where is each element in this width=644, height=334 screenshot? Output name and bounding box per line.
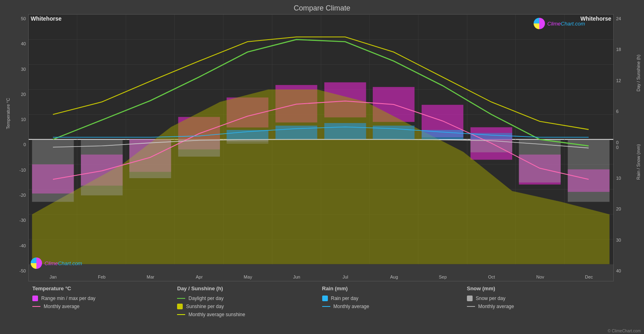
y-tick-left: 10 — [21, 117, 26, 122]
y-tick-left: -30 — [19, 218, 26, 223]
x-tick-nov: Nov — [516, 274, 565, 279]
x-tick-sep: Sep — [418, 274, 467, 279]
y-tick-right-top-12: 12 — [616, 78, 621, 83]
svg-rect-47 — [324, 123, 366, 139]
y-tick-left: 20 — [21, 92, 26, 97]
x-tick-feb: Feb — [78, 274, 127, 279]
y-tick-right-top-24: 24 — [616, 16, 621, 21]
legend-label-temp-range: Range min / max per day — [41, 296, 95, 301]
x-tick-dec: Dec — [565, 274, 614, 279]
x-tick-mar: Mar — [126, 274, 175, 279]
y-tick-right-bot-10: 10 — [616, 176, 621, 181]
legend-label-snow-avg: Monthly average — [478, 304, 514, 309]
y-tick-right-bot-30: 30 — [616, 238, 621, 243]
x-tick-may: May — [224, 274, 272, 279]
legend-label-snow-bar: Snow per day — [476, 296, 505, 301]
y-tick-right-top-6: 6 — [616, 109, 619, 114]
legend-section-rain: Rain (mm) Rain per day Monthly average — [322, 285, 467, 332]
legend-icon-sunshine-avg — [177, 314, 185, 315]
legend-item-rain-avg: Monthly average — [322, 304, 467, 309]
y-label-right-sunshine: Day / Sunshine (h) — [636, 32, 641, 113]
svg-rect-37 — [81, 139, 122, 195]
x-tick-aug: Aug — [370, 274, 419, 279]
legend-title-sunshine: Day / Sunshine (h) — [177, 285, 322, 291]
y-label-left-temp: Temperature °C — [6, 32, 11, 194]
svg-rect-44 — [568, 139, 609, 202]
x-tick-apr: Apr — [175, 274, 224, 279]
y-tick-left: -10 — [19, 168, 26, 172]
logo-text-top: ClimeChart.com — [547, 21, 585, 27]
legend-title-temp: Temperature °C — [32, 285, 177, 291]
y-tick-left: 0 — [23, 142, 26, 147]
x-tick-jan: Jan — [29, 274, 78, 279]
legend-area: Temperature °C Range min / max per day M… — [0, 281, 644, 334]
chart-area: 50 40 30 20 10 0 -10 -20 -30 -40 -50 — [4, 14, 640, 281]
logo-icon-bottom — [31, 257, 42, 269]
legend-section-snow: Snow (mm) Snow per day Monthly average — [467, 285, 612, 332]
legend-item-daylight: Daylight per day — [177, 296, 322, 301]
legend-label-temp-avg: Monthly average — [44, 304, 80, 309]
legend-icon-rain-bar — [322, 296, 328, 301]
logo-bottom-left: ClimeChart.com — [31, 257, 82, 269]
legend-item-rain-bar: Rain per day — [322, 296, 467, 301]
y-tick-right-bot-20: 20 — [616, 206, 621, 211]
svg-rect-48 — [373, 126, 414, 139]
y-tick-right-bot-40: 40 — [616, 268, 621, 273]
legend-item-snow-avg: Monthly average — [467, 304, 612, 309]
legend-icon-rain-avg — [322, 306, 330, 307]
y-tick-left: 50 — [21, 16, 26, 21]
y-tick-left: 40 — [21, 41, 26, 46]
legend-icon-snow-avg — [467, 306, 475, 307]
location-label-left: Whitehorse — [31, 15, 61, 22]
legend-item-temp-range: Range min / max per day — [32, 296, 177, 301]
y-tick-right-bot-0: 0 — [616, 145, 619, 150]
y-tick-right-top-18: 18 — [616, 47, 621, 52]
svg-rect-36 — [32, 139, 74, 202]
y-label-right-rain: Rain / Snow (mm) — [636, 121, 641, 202]
location-label-right: Whitehorse — [581, 15, 611, 22]
x-tick-jun: Jun — [272, 274, 321, 279]
logo-text-bottom: ClimeChart.com — [44, 260, 82, 266]
x-axis-labels: Jan Feb Mar Apr May Jun Jul Aug Sep Oct … — [29, 273, 613, 281]
legend-icon-daylight — [177, 298, 185, 299]
logo-icon-top — [534, 18, 545, 29]
y-tick-left: 30 — [21, 67, 26, 72]
legend-title-snow: Snow (mm) — [467, 285, 612, 291]
legend-section-temperature: Temperature °C Range min / max per day M… — [32, 285, 177, 332]
chart-title: Compare Climate — [0, 0, 644, 14]
legend-label-sunshine-bar: Sunshine per day — [186, 304, 224, 309]
legend-section-sunshine: Day / Sunshine (h) Daylight per day Suns… — [177, 285, 322, 332]
x-tick-oct: Oct — [467, 274, 516, 279]
legend-item-snow-bar: Snow per day — [467, 296, 612, 301]
legend-label-daylight: Daylight per day — [188, 296, 224, 301]
legend-item-sunshine-bar: Sunshine per day — [177, 304, 322, 309]
y-tick-left: -20 — [19, 193, 26, 198]
svg-rect-46 — [275, 126, 317, 139]
legend-label-rain-bar: Rain per day — [331, 296, 359, 301]
legend-title-rain: Rain (mm) — [322, 285, 467, 291]
legend-icon-temp-avg — [32, 306, 40, 307]
y-tick-right-top-0: 0 — [616, 140, 619, 145]
svg-rect-38 — [129, 139, 171, 178]
y-tick-left: -50 — [19, 268, 26, 273]
x-tick-jul: Jul — [321, 274, 370, 279]
plot-area: Whitehorse Whitehorse ClimeChart.com Cli… — [28, 14, 614, 281]
logo-top-right: ClimeChart.com — [534, 18, 585, 29]
legend-icon-sunshine-bar — [177, 304, 183, 309]
legend-label-rain-avg: Monthly average — [334, 304, 370, 309]
chart-container: Compare Climate 50 40 30 20 10 0 -10 -20… — [0, 0, 644, 334]
copyright: © ClimeChart.com — [608, 329, 641, 333]
legend-icon-temp-range — [32, 296, 38, 301]
legend-item-sunshine-avg: Monthly average sunshine — [177, 312, 322, 317]
legend-icon-snow-bar — [467, 296, 473, 301]
legend-label-sunshine-avg: Monthly average sunshine — [188, 312, 245, 317]
svg-rect-39 — [178, 139, 220, 157]
y-tick-left: -40 — [19, 243, 26, 248]
legend-item-temp-avg: Monthly average — [32, 304, 177, 309]
